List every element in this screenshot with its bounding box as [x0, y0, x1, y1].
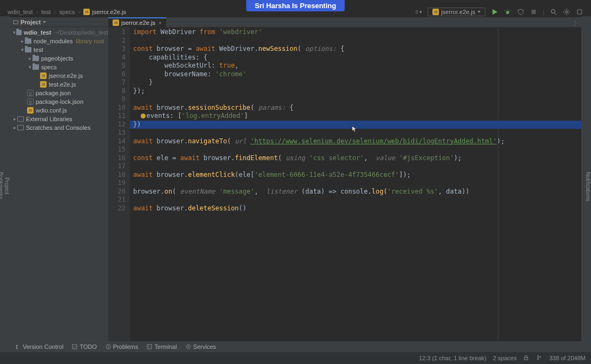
svg-line-16	[564, 10, 566, 11]
services-tab[interactable]: Services	[186, 343, 216, 350]
project-header-icon	[13, 19, 18, 25]
tree-wdio-conf[interactable]: JS wdio.conf.js	[10, 106, 108, 115]
terminal-tab[interactable]: Terminal	[147, 343, 177, 350]
tree-root-path: ~/Desktop/wdio_test	[55, 29, 108, 36]
folder-icon	[32, 56, 39, 61]
svg-point-9	[551, 10, 555, 14]
settings-button[interactable]	[563, 8, 570, 16]
more-tabs-icon[interactable]: ⋮	[572, 20, 578, 27]
warning-gutter-icon	[141, 114, 146, 118]
tree-file-jserror[interactable]: JS jserror.e2e.js	[10, 71, 108, 80]
search-button[interactable]	[550, 8, 557, 16]
tree-label: Scratches and Consoles	[26, 124, 90, 131]
rail-project[interactable]: Project	[4, 23, 10, 349]
svg-point-11	[566, 11, 568, 13]
chevron-right-icon[interactable]: ▸	[27, 56, 32, 61]
tree-label: specs	[41, 64, 57, 70]
folder-icon	[25, 47, 31, 52]
svg-rect-39	[524, 358, 528, 360]
editor-tabs: JS jserror.e2e.js × ⋮	[108, 17, 581, 27]
vcs-tab[interactable]: Version Control	[15, 343, 63, 350]
tab-label: jserror.e2e.js	[121, 19, 155, 26]
memory-indicator[interactable]: 338 of 2048M	[549, 355, 586, 361]
tree-package-lock[interactable]: {} package-lock.json	[10, 97, 108, 106]
debug-button[interactable]	[504, 8, 511, 16]
tree-specs[interactable]: ▾ specs	[10, 63, 108, 71]
svg-point-35	[108, 348, 108, 348]
scratches-icon	[17, 125, 24, 130]
tree-label: wdio.conf.js	[36, 107, 67, 114]
crumb-sep: ›	[54, 9, 56, 15]
chevron-right-icon[interactable]: ▸	[12, 125, 17, 130]
svg-line-17	[568, 10, 569, 11]
svg-text:JS: JS	[42, 74, 45, 77]
close-icon[interactable]: ×	[159, 20, 162, 26]
svg-point-38	[188, 346, 189, 347]
tree-external-libs[interactable]: ▸ External Libraries	[10, 115, 108, 123]
avatar-icon[interactable]: ▾	[415, 8, 422, 16]
indent-info[interactable]: 2 spaces	[493, 355, 517, 361]
chevron-down-icon[interactable]: ▾	[12, 30, 16, 35]
chevron-right-icon[interactable]: ▸	[19, 38, 25, 44]
chevron-down-icon[interactable]: ▾	[19, 47, 25, 52]
tree-root[interactable]: ▾ wdio_test ~/Desktop/wdio_test	[10, 28, 108, 37]
tree-label: test	[34, 47, 43, 53]
stop-button	[530, 8, 537, 16]
crumb-test[interactable]: test	[41, 9, 51, 15]
svg-line-6	[504, 10, 505, 11]
rail-bookmarks[interactable]: Bookmarks	[0, 23, 4, 349]
crumb-sep: ›	[36, 9, 38, 15]
project-tree[interactable]: ▾ wdio_test ~/Desktop/wdio_test ▸ node_m…	[10, 27, 108, 352]
code-area[interactable]: import WebDriver from 'webdriver' const …	[130, 27, 581, 341]
tree-label: External Libraries	[26, 116, 73, 122]
folder-icon	[32, 64, 39, 70]
crumb-root[interactable]: wdio_test	[8, 9, 32, 15]
svg-point-4	[506, 11, 509, 14]
caret-position[interactable]: 12:3 (1 char, 1 line break)	[419, 355, 487, 361]
rail-notifications[interactable]: Notifications	[585, 22, 591, 352]
vcs-label: Version Control	[23, 343, 63, 350]
tree-label: package-lock.json	[36, 98, 83, 105]
problems-tab[interactable]: Problems	[106, 343, 138, 350]
tree-label: jserror.e2e.js	[49, 72, 83, 79]
tree-file-teste2e[interactable]: JS test.e2e.js	[10, 80, 108, 89]
todo-tab[interactable]: TODO	[72, 343, 97, 350]
chevron-down-icon[interactable]: ▾	[27, 64, 32, 70]
line-gutter[interactable]: 12345678910111213141516171819202122	[108, 27, 130, 341]
chevron-down-icon	[477, 11, 481, 13]
js-file-icon: JS	[113, 19, 119, 26]
tab-jserror[interactable]: JS jserror.e2e.js ×	[108, 17, 166, 27]
code-editor[interactable]: 12345678910111213141516171819202122 impo…	[108, 27, 581, 341]
coverage-button[interactable]	[517, 8, 524, 16]
chevron-right-icon[interactable]: ▸	[12, 116, 17, 122]
problems-label: Problems	[113, 343, 138, 350]
run-config-label: jserror.e2e.js	[441, 9, 475, 15]
notifications-top-icon[interactable]	[576, 8, 583, 16]
tree-pageobjects[interactable]: ▸ pageobjects	[10, 54, 108, 63]
run-config-select[interactable]: JS jserror.e2e.js	[428, 8, 485, 16]
tree-test[interactable]: ▾ test	[10, 45, 108, 54]
tree-scratches[interactable]: ▸ Scratches and Consoles	[10, 123, 108, 132]
svg-text:JS: JS	[434, 10, 438, 14]
status-bar: 12:3 (1 char, 1 line break) 2 spaces 338…	[0, 352, 591, 364]
branch-icon[interactable]	[536, 355, 543, 361]
crumb-file[interactable]: JS jserror.e2e.js	[83, 9, 126, 15]
presenting-banner: Sri Harsha Is Presenting	[246, 0, 345, 11]
chevron-down-icon[interactable]	[43, 21, 46, 23]
svg-line-10	[555, 13, 556, 15]
tree-label: package.json	[36, 90, 71, 96]
run-button[interactable]	[491, 8, 498, 16]
crumb-specs[interactable]: specs	[60, 9, 75, 15]
js-file-icon: JS	[83, 9, 90, 15]
lock-icon[interactable]	[523, 355, 530, 361]
svg-text:JS: JS	[42, 83, 45, 86]
folder-icon	[16, 30, 22, 35]
left-tool-rail: Project Bookmarks Structure	[0, 16, 10, 352]
tree-node-modules[interactable]: ▸ node_modules library root	[10, 37, 108, 45]
terminal-label: Terminal	[154, 343, 177, 350]
json-file-icon: {}	[27, 90, 34, 96]
right-margin-guide	[498, 27, 498, 341]
svg-text:JS: JS	[114, 21, 118, 24]
tree-package-json[interactable]: {} package.json	[10, 89, 108, 97]
tabstrip-right: ⋮	[572, 20, 581, 27]
